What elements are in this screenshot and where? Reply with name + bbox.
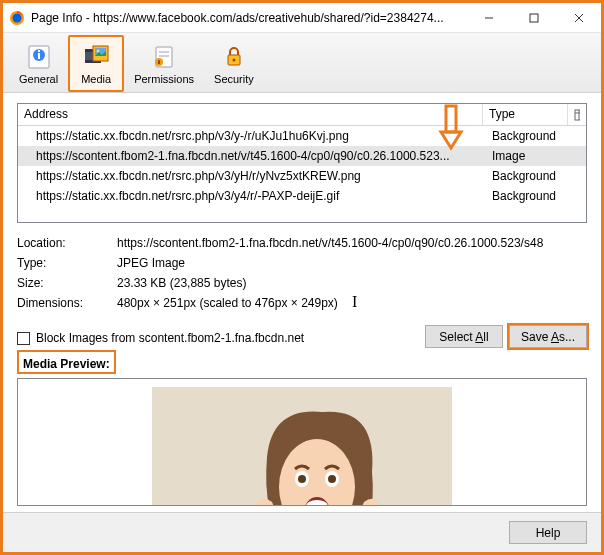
media-icon	[81, 42, 111, 72]
tab-label: Permissions	[134, 73, 194, 85]
table-row[interactable]: https://static.xx.fbcdn.net/rsrc.php/v3/…	[18, 166, 586, 186]
titlebar: Page Info - https://www.facebook.com/ads…	[3, 3, 601, 33]
window-controls	[466, 3, 601, 33]
cell-address: https://static.xx.fbcdn.net/rsrc.php/v3/…	[18, 187, 486, 205]
tab-label: Media	[81, 73, 111, 85]
table-body[interactable]: https://static.xx.fbcdn.net/rsrc.php/v3/…	[18, 126, 586, 222]
tab-permissions[interactable]: Permissions	[124, 35, 204, 92]
lock-icon	[219, 42, 249, 72]
cell-address: https://static.xx.fbcdn.net/rsrc.php/v3/…	[18, 167, 486, 185]
tab-toolbar: General Media	[3, 33, 601, 93]
column-picker-icon[interactable]	[568, 104, 586, 125]
page-info-window: Page Info - https://www.facebook.com/ads…	[3, 3, 601, 552]
detail-row-size: Size: 23.33 KB (23,885 bytes)	[17, 273, 587, 293]
minimize-button[interactable]	[466, 3, 511, 33]
table-row[interactable]: https://scontent.fbom2-1.fna.fbcdn.net/v…	[18, 146, 586, 166]
window-title: Page Info - https://www.facebook.com/ads…	[31, 11, 466, 25]
detail-row-type: Type: JPEG Image	[17, 253, 587, 273]
detail-row-dimensions: Dimensions: 480px × 251px (scaled to 476…	[17, 293, 587, 313]
detail-value: https://scontent.fbom2-1.fna.fbcdn.net/v…	[117, 236, 587, 250]
save-as-button[interactable]: Save As...	[509, 325, 587, 348]
svg-rect-3	[530, 14, 538, 22]
cell-address: https://static.xx.fbcdn.net/rsrc.php/v3/…	[18, 127, 486, 145]
annotation-border: Page Info - https://www.facebook.com/ads…	[0, 0, 604, 555]
cell-type: Background	[486, 127, 586, 145]
media-preview-box[interactable]	[17, 378, 587, 506]
media-table: Address Type https://static.xx.fbcdn.net…	[17, 103, 587, 223]
column-header-address[interactable]: Address	[18, 104, 483, 125]
detail-label: Size:	[17, 276, 117, 290]
svg-rect-9	[38, 50, 40, 52]
firefox-icon	[9, 10, 25, 26]
tab-label: General	[19, 73, 58, 85]
svg-point-23	[232, 59, 235, 62]
svg-point-34	[328, 475, 336, 483]
cell-address: https://scontent.fbom2-1.fna.fbcdn.net/v…	[18, 147, 486, 165]
select-all-button[interactable]: Select All	[425, 325, 503, 348]
tab-general[interactable]: General	[9, 35, 68, 92]
table-header: Address Type	[18, 104, 586, 126]
detail-label: Location:	[17, 236, 117, 250]
svg-point-21	[158, 60, 160, 62]
content-area: Address Type https://static.xx.fbcdn.net…	[3, 93, 601, 512]
help-button[interactable]: Help	[509, 521, 587, 544]
cell-type: Background	[486, 187, 586, 205]
detail-label: Type:	[17, 256, 117, 270]
svg-point-1	[13, 13, 22, 22]
info-icon	[24, 42, 54, 72]
action-buttons: Select All Save As...	[17, 325, 587, 348]
svg-rect-8	[38, 53, 40, 59]
detail-label: Dimensions:	[17, 296, 117, 310]
tab-media[interactable]: Media	[68, 35, 124, 92]
tab-label: Security	[214, 73, 254, 85]
svg-point-32	[298, 475, 306, 483]
tab-security[interactable]: Security	[204, 35, 264, 92]
permissions-icon	[149, 42, 179, 72]
detail-row-location: Location: https://scontent.fbom2-1.fna.f…	[17, 233, 587, 253]
preview-label-wrap: Media Preview:	[17, 348, 587, 374]
close-button[interactable]	[556, 3, 601, 33]
text-cursor-icon: I	[352, 293, 357, 311]
table-row[interactable]: https://static.xx.fbcdn.net/rsrc.php/v3/…	[18, 126, 586, 146]
details-section: Location: https://scontent.fbom2-1.fna.f…	[17, 233, 587, 313]
detail-value: JPEG Image	[117, 256, 587, 270]
detail-value: 23.33 KB (23,885 bytes)	[117, 276, 587, 290]
media-preview-label: Media Preview:	[23, 357, 110, 371]
table-row[interactable]: https://static.xx.fbcdn.net/rsrc.php/v3/…	[18, 186, 586, 206]
svg-point-15	[97, 50, 100, 53]
cell-type: Image	[486, 147, 586, 165]
cell-type: Background	[486, 167, 586, 185]
footer: Help	[3, 512, 601, 552]
column-header-type[interactable]: Type	[483, 104, 568, 125]
maximize-button[interactable]	[511, 3, 556, 33]
preview-image	[152, 387, 452, 506]
